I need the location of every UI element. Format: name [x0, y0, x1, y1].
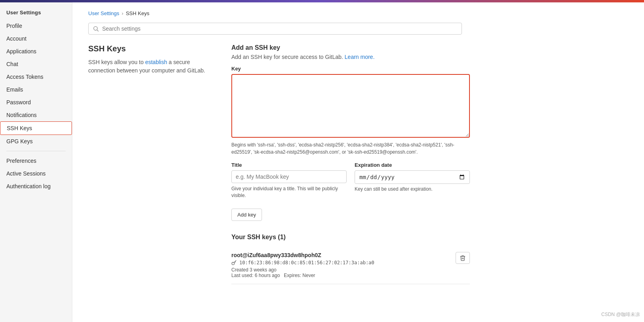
sidebar-item-emails[interactable]: Emails [0, 83, 72, 96]
sidebar-item-ssh-keys[interactable]: SSH Keys [0, 121, 72, 135]
left-panel: SSH Keys SSH keys allow you to establish… [88, 44, 208, 284]
key-textarea[interactable] [231, 74, 470, 138]
expiration-input[interactable] [355, 170, 470, 184]
establish-link[interactable]: establish [145, 59, 167, 65]
expiration-hint: Key can still be used after expiration. [355, 186, 470, 192]
add-ssh-subtitle: Add an SSH key for secure access to GitL… [231, 54, 470, 60]
section-description: SSH keys allow you to establish a secure… [88, 58, 208, 75]
trash-icon [460, 255, 466, 261]
main-content: User Settings › SSH Keys SSH Keys SSH ke… [72, 2, 644, 322]
title-hint: Give your individual key a title. This w… [231, 185, 347, 199]
section-title: SSH Keys [88, 44, 208, 53]
svg-point-0 [94, 27, 97, 30]
svg-line-1 [97, 30, 99, 31]
add-ssh-title: Add an SSH key [231, 44, 470, 51]
sidebar-item-password[interactable]: Password [0, 96, 72, 109]
ssh-key-last-used: Last used: 6 hours ago Expires: Never [231, 273, 374, 278]
svg-point-2 [232, 262, 234, 264]
title-group: Title Give your individual key a title. … [231, 162, 347, 199]
add-key-button[interactable]: Add key [231, 209, 262, 221]
right-panel: Add an SSH key Add an SSH key for secure… [231, 44, 470, 284]
title-field-label: Title [231, 162, 347, 168]
sidebar-item-gpg-keys[interactable]: GPG Keys [0, 135, 72, 148]
search-input[interactable] [102, 25, 458, 32]
sidebar-item-account[interactable]: Account [0, 32, 72, 45]
title-input[interactable] [231, 170, 347, 183]
ssh-key-fingerprint: 10:f6:23:86:98:d8:0c:85:01:56:27:02:17:3… [231, 260, 374, 265]
ssh-key-name: root@iZuf6aa8pwy333dw8hpoh0Z [231, 252, 374, 258]
breadcrumb-current: SSH Keys [126, 10, 149, 16]
your-keys-title: Your SSH keys (1) [231, 234, 470, 241]
breadcrumb-parent[interactable]: User Settings [88, 10, 119, 16]
ssh-key-card: root@iZuf6aa8pwy333dw8hpoh0Z 10:f6:23:86… [231, 246, 470, 284]
key-field-label: Key [231, 66, 470, 72]
breadcrumb: User Settings › SSH Keys [88, 10, 628, 16]
sidebar-item-preferences[interactable]: Preferences [0, 154, 72, 167]
key-hint: Begins with 'ssh-rsa', 'ssh-dss', 'ecdsa… [231, 141, 470, 156]
ssh-key-meta: Created 3 weeks ago [231, 267, 374, 273]
sidebar-divider [6, 151, 66, 151]
sidebar-title: User Settings [0, 6, 72, 20]
breadcrumb-separator: › [122, 10, 123, 16]
delete-key-button[interactable] [456, 252, 470, 264]
watermark: CSDN @咖啡未凉 [601, 311, 640, 318]
search-icon [93, 25, 99, 32]
learn-more-link[interactable]: Learn more. [345, 54, 374, 60]
sidebar-item-applications[interactable]: Applications [0, 45, 72, 58]
sidebar-item-profile[interactable]: Profile [0, 20, 72, 32]
sidebar: User Settings Profile Account Applicatio… [0, 2, 72, 322]
expiration-group: Expiration date Key can still be used af… [355, 162, 470, 199]
key-icon [231, 260, 237, 265]
expiration-field-label: Expiration date [355, 162, 470, 168]
sidebar-item-chat[interactable]: Chat [0, 58, 72, 70]
sidebar-item-access-tokens[interactable]: Access Tokens [0, 70, 72, 83]
ssh-key-info: root@iZuf6aa8pwy333dw8hpoh0Z 10:f6:23:86… [231, 252, 374, 278]
sidebar-item-notifications[interactable]: Notifications [0, 109, 72, 121]
search-bar [88, 23, 462, 35]
sidebar-item-authentication-log[interactable]: Authentication log [0, 180, 72, 193]
sidebar-item-active-sessions[interactable]: Active Sessions [0, 167, 72, 180]
your-keys-section: Your SSH keys (1) root@iZuf6aa8pwy333dw8… [231, 234, 470, 284]
